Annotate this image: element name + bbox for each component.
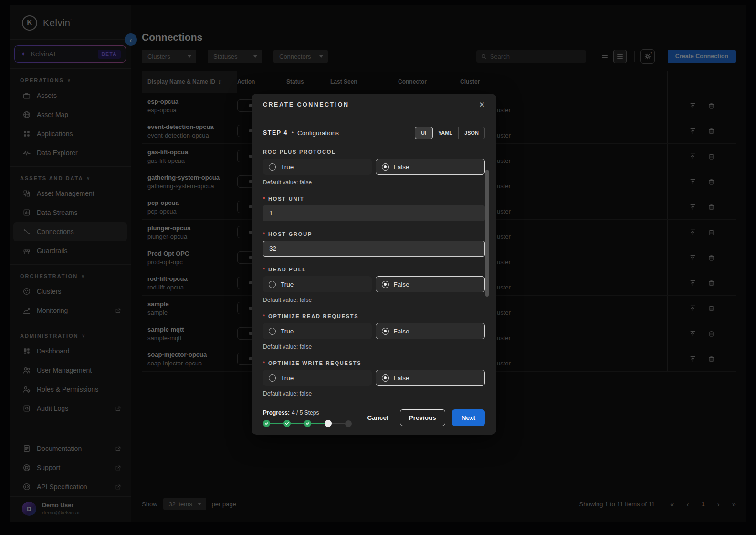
radio-option-true[interactable]: True [263,370,372,386]
modal-body: STEP 4 • Configurations UIYAMLJSON ROC P… [252,116,496,405]
required-asterisk: * [263,231,266,237]
progress-value: 4 / 5 Steps [292,409,319,416]
field-label: *DEAD POLL [263,267,485,272]
radio-group: TrueFalse [263,370,485,386]
step-separator: • [292,129,294,136]
required-asterisk: * [263,196,266,202]
field-label: *OPTIMIZE READ REQUESTS [263,313,485,319]
step-todo-icon [345,420,352,427]
previous-button[interactable]: Previous [400,409,445,426]
tab-yaml[interactable]: YAML [432,127,459,139]
radio-option-true[interactable]: True [263,159,372,175]
step-connector [270,423,284,424]
step-done-icon [284,420,291,427]
step-done-icon [304,420,311,427]
step-connector [291,423,304,424]
field-helper-text: Default value: false [263,390,485,397]
field-helper-text: Default value: false [263,297,485,303]
field-helper-text: Default value: false [263,179,485,186]
create-connection-modal: CREATE CONNECTION ✕ STEP 4 • Configurati… [252,94,496,435]
radio-selected-icon [382,281,389,288]
tab-json[interactable]: JSON [459,127,484,139]
field-label: *HOST UNIT [263,196,485,202]
step-connector [332,423,345,424]
modal-title: CREATE CONNECTION [263,101,349,108]
radio-icon [269,328,276,335]
radio-icon [269,163,276,171]
radio-option-true[interactable]: True [263,323,372,339]
radio-option-false[interactable]: False [376,370,485,386]
progress-steps [263,420,352,427]
radio-option-false[interactable]: False [376,159,485,175]
radio-icon [269,374,276,382]
input-host-group[interactable]: 32 [263,241,485,257]
view-mode-tabs: UIYAMLJSON [415,127,485,139]
config-form: ROC PLUS PROTOCOLTrueFalseDefault value:… [263,149,485,397]
input-host-unit[interactable]: 1 [263,205,485,221]
radio-option-true[interactable]: True [263,276,372,292]
required-asterisk: * [263,313,266,319]
modal-footer: Progress:4 / 5 Steps Cancel Previous Nex… [252,405,496,435]
step-current-icon [325,420,332,427]
close-icon[interactable]: ✕ [479,100,485,109]
step-label: STEP 4 [263,129,288,136]
progress-label: Progress: [263,409,290,416]
radio-selected-icon [382,374,389,382]
required-asterisk: * [263,267,266,272]
radio-group: TrueFalse [263,323,485,339]
radio-selected-icon [382,328,389,335]
scrollbar-thumb[interactable] [485,170,489,297]
tab-ui[interactable]: UI [415,127,432,139]
step-connector [311,423,325,424]
radio-option-false[interactable]: False [376,276,485,292]
radio-group: TrueFalse [263,159,485,175]
field-helper-text: Default value: false [263,343,485,350]
radio-selected-icon [382,163,389,171]
radio-option-false[interactable]: False [376,323,485,339]
radio-icon [269,281,276,288]
step-name: Configurations [297,129,339,137]
progress-block: Progress:4 / 5 Steps [263,408,352,427]
radio-group: TrueFalse [263,276,485,292]
modal-header: CREATE CONNECTION ✕ [252,94,496,116]
step-done-icon [263,420,270,427]
next-button[interactable]: Next [452,409,485,426]
required-asterisk: * [263,360,266,366]
field-label: *HOST GROUP [263,231,485,237]
field-label: ROC PLUS PROTOCOL [263,149,485,155]
cancel-button[interactable]: Cancel [362,414,393,421]
field-label: *OPTIMIZE WRITE REQUESTS [263,360,485,366]
